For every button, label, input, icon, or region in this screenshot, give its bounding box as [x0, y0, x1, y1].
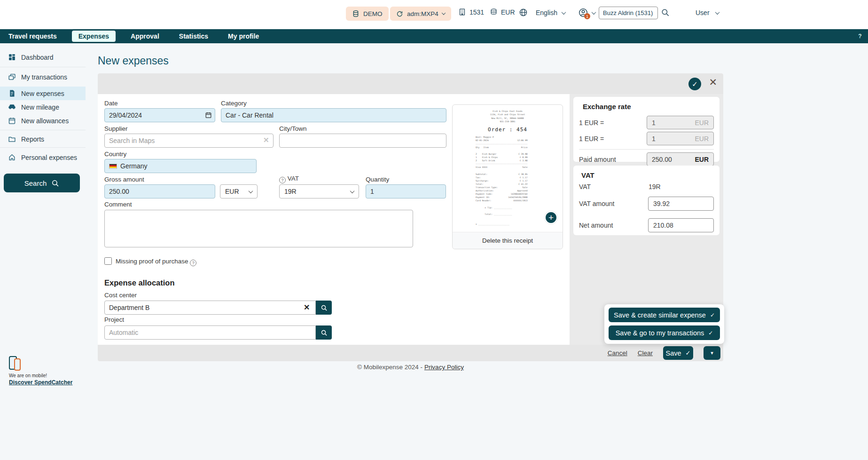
vat-amount-label: VAT amount — [579, 200, 648, 207]
save-options-dropdown-button[interactable]: ▾ — [704, 346, 720, 360]
role-selector[interactable]: User — [696, 9, 710, 16]
add-receipt-button[interactable]: + — [545, 211, 557, 224]
discover-spendcatcher-link[interactable]: Discover SpendCatcher — [9, 379, 72, 386]
tab-statistics[interactable]: Statistics — [174, 31, 213, 42]
environment-badge[interactable]: DEMO — [346, 7, 389, 21]
sidebar-item-personal-expenses[interactable]: Personal expenses — [0, 151, 86, 164]
sidebar-item-new-mileage[interactable]: New mileage — [0, 100, 86, 114]
refresh-icon — [396, 10, 403, 17]
car-icon — [8, 103, 16, 111]
rate-row2-input: 1 EUR — [647, 132, 714, 145]
admin-switch-label: adm:MXP4 — [407, 10, 438, 17]
entity-id: 1531 — [469, 8, 484, 16]
vat-card-heading: VAT — [581, 171, 714, 179]
clear-supplier-icon[interactable]: ✕ — [263, 136, 269, 144]
supplier-input[interactable] — [104, 134, 274, 148]
paid-amount-input: 250.00 EUR — [647, 152, 714, 166]
quantity-input[interactable] — [366, 184, 446, 198]
language-selector[interactable]: English — [536, 9, 557, 16]
quantity-label: Quantity — [366, 176, 389, 183]
city-input[interactable] — [279, 134, 446, 148]
date-input[interactable] — [104, 108, 215, 122]
vat-select[interactable]: 19R — [279, 184, 359, 198]
privacy-policy-link[interactable]: Privacy Policy — [424, 364, 464, 371]
currency-select[interactable]: EUR — [220, 184, 258, 198]
search-icon — [321, 329, 328, 336]
rate-row1-input: 1 EUR — [647, 116, 714, 129]
save-go-transactions-button[interactable]: Save & go to my transactions ✓ — [609, 325, 720, 340]
rate-row2-label: 1 EUR = — [579, 135, 604, 143]
building-icon — [458, 8, 466, 16]
card-divider — [579, 149, 714, 150]
sidebar-item-reports[interactable]: Reports — [0, 132, 86, 146]
help-icon[interactable]: ? — [856, 32, 864, 40]
receipt-image[interactable]: Fish & Chips Fast Foods 1134, Fish and C… — [476, 110, 540, 243]
header-search-icon[interactable] — [661, 8, 670, 17]
category-input[interactable] — [221, 108, 446, 122]
project-input[interactable] — [104, 325, 316, 340]
gross-amount-input[interactable] — [104, 184, 215, 198]
vat-help-icon[interactable]: ? — [279, 177, 286, 183]
admin-switch-badge[interactable]: adm:MXP4 — [390, 7, 451, 21]
sidebar-item-new-allowances[interactable]: New allowances — [0, 114, 86, 127]
sidebar-item-new-expenses[interactable]: New expenses — [0, 87, 86, 100]
user-search-input[interactable] — [599, 7, 658, 19]
language-chevron-icon[interactable] — [562, 10, 566, 15]
cancel-link[interactable]: Cancel — [608, 349, 627, 357]
save-button[interactable]: Save ✓ — [663, 346, 693, 360]
delete-receipt-link[interactable]: Delete this receipt — [453, 232, 563, 249]
sidebar-item-my-transactions[interactable]: My transactions — [0, 70, 86, 84]
save-create-similar-button[interactable]: Save & create similar expense ✓ — [609, 308, 720, 322]
tab-travel-requests[interactable]: Travel requests — [4, 31, 62, 42]
search-icon — [321, 304, 328, 311]
country-value: Germany — [120, 162, 148, 170]
close-icon[interactable]: ✕ — [709, 77, 717, 88]
clear-link[interactable]: Clear — [638, 349, 653, 357]
currency-code: EUR — [501, 8, 515, 16]
vat-amount-input[interactable] — [648, 197, 714, 211]
cost-center-label: Cost center — [104, 292, 137, 299]
missing-proof-checkbox[interactable] — [104, 257, 112, 265]
sidebar-search-button[interactable]: Search — [4, 174, 80, 192]
copyright-text: © Mobilexpense 2024 - — [357, 364, 422, 371]
receipt-body-text: Host: Maggie P 02-01-2024 12:06 PM -----… — [476, 135, 540, 243]
dashboard-grid-icon — [8, 53, 16, 61]
sidebar-item-label: Personal expenses — [21, 154, 77, 161]
net-amount-input[interactable] — [648, 218, 714, 232]
cost-center-search-button[interactable] — [316, 301, 332, 315]
receipt-order-number: Order : 454 — [476, 127, 540, 133]
tab-approval[interactable]: Approval — [126, 31, 164, 42]
sidebar-item-label: My transactions — [21, 73, 67, 81]
role-chevron-icon[interactable] — [715, 10, 720, 15]
exchange-rate-heading: Exchange rate — [583, 103, 714, 111]
mobilexpense-app: DEMO adm:MXP4 1531 EUR English 1 Us — [0, 0, 868, 460]
impersonation-chevron-icon[interactable] — [592, 10, 596, 15]
date-label: Date — [104, 100, 118, 107]
project-search-button[interactable] — [316, 325, 332, 340]
sidebar-divider — [0, 67, 86, 67]
sidebar-item-dashboard[interactable]: Dashboard — [0, 50, 86, 64]
confirm-button[interactable]: ✓ — [688, 78, 701, 90]
tab-expenses[interactable]: Expenses — [72, 31, 116, 42]
calendar-icon[interactable] — [205, 111, 212, 119]
mobile-tagline: We are on mobile! — [9, 373, 47, 378]
clear-cost-center-icon[interactable]: ✕ — [304, 303, 310, 312]
cost-center-input[interactable] — [104, 301, 316, 315]
home-icon — [8, 153, 16, 161]
gross-amount-label: Gross amount — [104, 176, 144, 183]
net-amount-label: Net amount — [579, 222, 648, 229]
impersonation-menu[interactable]: 1 — [578, 8, 588, 18]
globe-icon[interactable] — [519, 8, 528, 17]
supplier-label: Supplier — [104, 125, 128, 132]
country-input[interactable]: Germany — [104, 159, 257, 173]
check-icon: ✓ — [710, 312, 715, 318]
top-header: DEMO adm:MXP4 1531 EUR English 1 Us — [0, 0, 868, 29]
notification-badge: 1 — [584, 13, 590, 19]
tab-my-profile[interactable]: My profile — [223, 31, 264, 42]
germany-flag-icon — [109, 164, 117, 169]
save-similar-label: Save & create similar expense — [614, 311, 706, 319]
sidebar-divider — [0, 130, 86, 130]
save-options-popup: Save & create similar expense ✓ Save & g… — [604, 304, 724, 344]
comment-textarea[interactable] — [104, 210, 413, 247]
missing-proof-help-icon[interactable]: ? — [190, 260, 196, 266]
